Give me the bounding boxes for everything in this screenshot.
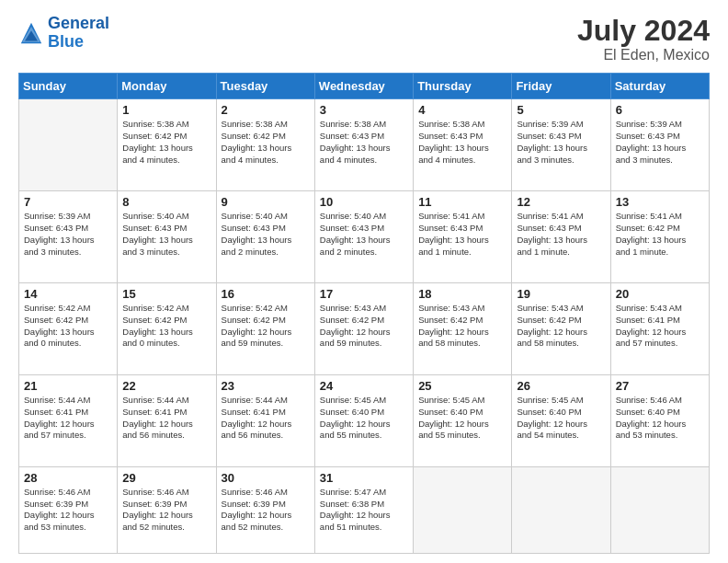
cell-content: Sunrise: 5:41 AMSunset: 6:43 PMDaylight:…	[418, 211, 506, 258]
day-number: 13	[616, 195, 704, 209]
day-number: 9	[222, 195, 310, 209]
cell-content: Sunrise: 5:44 AMSunset: 6:41 PMDaylight:…	[122, 395, 210, 442]
calendar-cell: 15Sunrise: 5:42 AMSunset: 6:42 PMDayligh…	[118, 283, 216, 375]
day-number: 8	[122, 195, 210, 209]
cell-content: Sunrise: 5:44 AMSunset: 6:41 PMDaylight:…	[222, 395, 310, 442]
calendar-cell: 29Sunrise: 5:46 AMSunset: 6:39 PMDayligh…	[118, 466, 216, 553]
calendar-cell: 31Sunrise: 5:47 AMSunset: 6:38 PMDayligh…	[314, 466, 413, 553]
calendar-cell: 10Sunrise: 5:40 AMSunset: 6:43 PMDayligh…	[314, 191, 413, 283]
month-year: July 2024	[577, 15, 710, 47]
day-number: 16	[222, 287, 310, 301]
day-number: 30	[222, 471, 310, 485]
location: El Eden, Mexico	[577, 47, 710, 63]
day-number: 4	[418, 103, 506, 117]
calendar-cell: 8Sunrise: 5:40 AMSunset: 6:43 PMDaylight…	[118, 191, 216, 283]
logo-line2: Blue	[48, 32, 84, 51]
cell-content: Sunrise: 5:46 AMSunset: 6:39 PMDaylight:…	[222, 487, 310, 534]
day-number: 2	[222, 103, 310, 117]
col-header-tuesday: Tuesday	[216, 74, 314, 99]
calendar-cell: 19Sunrise: 5:43 AMSunset: 6:42 PMDayligh…	[512, 283, 610, 375]
calendar-cell: 5Sunrise: 5:39 AMSunset: 6:43 PMDaylight…	[512, 99, 610, 191]
day-number: 27	[616, 379, 704, 393]
cell-content: Sunrise: 5:43 AMSunset: 6:42 PMDaylight:…	[418, 303, 506, 350]
calendar-cell: 14Sunrise: 5:42 AMSunset: 6:42 PMDayligh…	[19, 283, 118, 375]
calendar-cell: 30Sunrise: 5:46 AMSunset: 6:39 PMDayligh…	[216, 466, 314, 553]
calendar-cell: 26Sunrise: 5:45 AMSunset: 6:40 PMDayligh…	[512, 374, 610, 466]
title-block: July 2024 El Eden, Mexico	[577, 15, 710, 63]
calendar-header-row: SundayMondayTuesdayWednesdayThursdayFrid…	[19, 74, 710, 99]
calendar-cell: 12Sunrise: 5:41 AMSunset: 6:43 PMDayligh…	[512, 191, 610, 283]
day-number: 18	[418, 287, 506, 301]
calendar-cell: 24Sunrise: 5:45 AMSunset: 6:40 PMDayligh…	[314, 374, 413, 466]
day-number: 14	[24, 287, 112, 301]
day-number: 24	[320, 379, 408, 393]
calendar-cell: 6Sunrise: 5:39 AMSunset: 6:43 PMDaylight…	[610, 99, 709, 191]
day-number: 19	[517, 287, 605, 301]
cell-content: Sunrise: 5:38 AMSunset: 6:42 PMDaylight:…	[122, 119, 210, 166]
cell-content: Sunrise: 5:43 AMSunset: 6:41 PMDaylight:…	[616, 303, 704, 350]
day-number: 5	[517, 103, 605, 117]
calendar-cell: 4Sunrise: 5:38 AMSunset: 6:43 PMDaylight…	[414, 99, 512, 191]
calendar-cell: 2Sunrise: 5:38 AMSunset: 6:42 PMDaylight…	[216, 99, 314, 191]
calendar-cell: 11Sunrise: 5:41 AMSunset: 6:43 PMDayligh…	[414, 191, 512, 283]
calendar-week-row: 7Sunrise: 5:39 AMSunset: 6:43 PMDaylight…	[19, 191, 710, 283]
calendar-cell: 27Sunrise: 5:46 AMSunset: 6:40 PMDayligh…	[610, 374, 709, 466]
calendar-cell: 16Sunrise: 5:42 AMSunset: 6:42 PMDayligh…	[216, 283, 314, 375]
calendar-cell: 9Sunrise: 5:40 AMSunset: 6:43 PMDaylight…	[216, 191, 314, 283]
calendar-cell: 3Sunrise: 5:38 AMSunset: 6:43 PMDaylight…	[314, 99, 413, 191]
day-number: 10	[320, 195, 408, 209]
cell-content: Sunrise: 5:45 AMSunset: 6:40 PMDaylight:…	[418, 395, 506, 442]
day-number: 15	[122, 287, 210, 301]
cell-content: Sunrise: 5:46 AMSunset: 6:39 PMDaylight:…	[24, 487, 112, 534]
cell-content: Sunrise: 5:42 AMSunset: 6:42 PMDaylight:…	[122, 303, 210, 350]
col-header-saturday: Saturday	[610, 74, 709, 99]
logo-icon	[18, 20, 44, 46]
cell-content: Sunrise: 5:39 AMSunset: 6:43 PMDaylight:…	[24, 211, 112, 258]
calendar-cell: 17Sunrise: 5:43 AMSunset: 6:42 PMDayligh…	[314, 283, 413, 375]
cell-content: Sunrise: 5:46 AMSunset: 6:39 PMDaylight:…	[122, 487, 210, 534]
cell-content: Sunrise: 5:46 AMSunset: 6:40 PMDaylight:…	[616, 395, 704, 442]
day-number: 29	[122, 471, 210, 485]
cell-content: Sunrise: 5:44 AMSunset: 6:41 PMDaylight:…	[24, 395, 112, 442]
day-number: 21	[24, 379, 112, 393]
calendar-week-row: 21Sunrise: 5:44 AMSunset: 6:41 PMDayligh…	[19, 374, 710, 466]
day-number: 11	[418, 195, 506, 209]
day-number: 17	[320, 287, 408, 301]
calendar-cell: 28Sunrise: 5:46 AMSunset: 6:39 PMDayligh…	[19, 466, 118, 553]
cell-content: Sunrise: 5:45 AMSunset: 6:40 PMDaylight:…	[517, 395, 605, 442]
day-number: 22	[122, 379, 210, 393]
calendar-table: SundayMondayTuesdayWednesdayThursdayFrid…	[18, 73, 710, 554]
day-number: 23	[222, 379, 310, 393]
calendar-cell: 21Sunrise: 5:44 AMSunset: 6:41 PMDayligh…	[19, 374, 118, 466]
cell-content: Sunrise: 5:38 AMSunset: 6:43 PMDaylight:…	[418, 119, 506, 166]
page: General Blue July 2024 El Eden, Mexico S…	[0, 0, 728, 563]
day-number: 28	[24, 471, 112, 485]
cell-content: Sunrise: 5:38 AMSunset: 6:42 PMDaylight:…	[222, 119, 310, 166]
day-number: 25	[418, 379, 506, 393]
col-header-wednesday: Wednesday	[314, 74, 413, 99]
cell-content: Sunrise: 5:41 AMSunset: 6:43 PMDaylight:…	[517, 211, 605, 258]
cell-content: Sunrise: 5:45 AMSunset: 6:40 PMDaylight:…	[320, 395, 408, 442]
cell-content: Sunrise: 5:41 AMSunset: 6:42 PMDaylight:…	[616, 211, 704, 258]
cell-content: Sunrise: 5:42 AMSunset: 6:42 PMDaylight:…	[24, 303, 112, 350]
day-number: 6	[616, 103, 704, 117]
day-number: 31	[320, 471, 408, 485]
cell-content: Sunrise: 5:39 AMSunset: 6:43 PMDaylight:…	[517, 119, 605, 166]
cell-content: Sunrise: 5:47 AMSunset: 6:38 PMDaylight:…	[320, 487, 408, 534]
logo-line1: General	[48, 14, 109, 32]
calendar-cell	[512, 466, 610, 553]
calendar-week-row: 28Sunrise: 5:46 AMSunset: 6:39 PMDayligh…	[19, 466, 710, 553]
calendar-cell: 1Sunrise: 5:38 AMSunset: 6:42 PMDaylight…	[118, 99, 216, 191]
cell-content: Sunrise: 5:42 AMSunset: 6:42 PMDaylight:…	[222, 303, 310, 350]
cell-content: Sunrise: 5:39 AMSunset: 6:43 PMDaylight:…	[616, 119, 704, 166]
calendar-cell: 23Sunrise: 5:44 AMSunset: 6:41 PMDayligh…	[216, 374, 314, 466]
calendar-cell	[414, 466, 512, 553]
calendar-cell: 20Sunrise: 5:43 AMSunset: 6:41 PMDayligh…	[610, 283, 709, 375]
calendar-cell	[610, 466, 709, 553]
col-header-thursday: Thursday	[414, 74, 512, 99]
cell-content: Sunrise: 5:40 AMSunset: 6:43 PMDaylight:…	[122, 211, 210, 258]
day-number: 7	[24, 195, 112, 209]
day-number: 12	[517, 195, 605, 209]
calendar-week-row: 14Sunrise: 5:42 AMSunset: 6:42 PMDayligh…	[19, 283, 710, 375]
day-number: 3	[320, 103, 408, 117]
